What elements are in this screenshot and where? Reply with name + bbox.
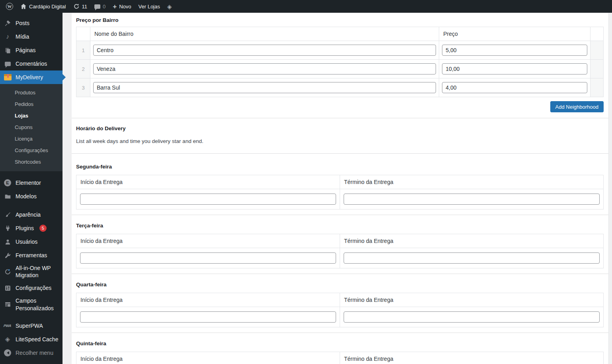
wordpress-menu-button[interactable]: W <box>2 0 17 13</box>
store-settings-panel: Preço por Bairro Nome do Bairro Preço 1 … <box>72 13 608 364</box>
neighborhood-price-input[interactable] <box>442 63 587 74</box>
actions-header <box>590 27 604 41</box>
custom-fields-grid-icon <box>4 301 12 309</box>
neighborhood-name-input[interactable] <box>93 63 436 74</box>
sidebar-item-midia[interactable]: ♪ Mídia <box>0 30 63 43</box>
day-section-terca-feira: Terça-feira Início da Entrega Término da… <box>76 223 604 268</box>
sidebar-item-collapse-menu[interactable]: Recolher menu <box>0 346 63 360</box>
sidebar-item-usuarios[interactable]: Usuários <box>0 235 63 249</box>
sidebar-item-paginas[interactable]: Páginas <box>0 43 63 57</box>
sidebar-item-campos-personalizados[interactable]: Campos Personalizados <box>0 295 63 314</box>
day-1-start-input[interactable] <box>80 252 336 264</box>
superpwa-icon: PWA <box>4 322 12 330</box>
sidebar-item-litespeed-cache[interactable]: ◈ LiteSpeed Cache <box>0 333 63 346</box>
wordpress-logo-icon: W <box>6 3 13 10</box>
sidebar-item-configuracoes[interactable]: Configurações <box>0 281 63 295</box>
litespeed-adminbar-button[interactable]: ◈ <box>164 0 176 13</box>
submenu-item-shortcodes[interactable]: Shortcodes <box>0 156 63 168</box>
updates-icon <box>73 3 80 10</box>
section-divider <box>72 118 608 118</box>
sidebar-item-superpwa[interactable]: PWA SuperPWA <box>0 319 63 333</box>
scrollbar-track[interactable] <box>608 13 612 364</box>
site-link[interactable]: Cardápio Digital <box>17 0 70 13</box>
submenu-item-pedidos[interactable]: Pedidos <box>0 98 63 110</box>
sidebar-item-modelos[interactable]: Modelos <box>0 190 63 203</box>
migration-circular-arrow-icon <box>4 268 12 276</box>
day-2-end-input[interactable] <box>344 311 600 323</box>
plug-icon <box>4 224 12 232</box>
table-row <box>76 307 604 327</box>
sidebar-item-label: Campos Personalizados <box>16 297 61 311</box>
neighborhood-name-input[interactable] <box>93 82 436 93</box>
row-actions-cell <box>590 78 604 97</box>
updates-count: 11 <box>82 4 88 10</box>
delivery-start-header: Início da Entrega <box>76 293 340 307</box>
sidebar-item-label: Plugins <box>16 225 34 232</box>
sidebar-item-all-in-one-wp-migration[interactable]: All-in-One WP Migration <box>0 262 63 281</box>
sidebar-item-posts[interactable]: Posts <box>0 16 63 30</box>
neighborhood-price-input[interactable] <box>442 82 587 93</box>
day-schedule-table: Início da Entrega Término da Entrega <box>76 234 604 268</box>
comments-count: 0 <box>103 4 106 10</box>
folder-icon <box>4 192 12 200</box>
submenu-item-produtos[interactable]: Produtos <box>0 87 63 98</box>
sidebar-item-mydelivery[interactable]: MyDelivery <box>0 70 63 84</box>
menu-separator <box>0 171 63 176</box>
submenu-item-licenca[interactable]: Licença <box>0 133 63 145</box>
table-row <box>76 248 604 268</box>
day-schedule-table: Início da Entrega Término da Entrega <box>76 352 604 364</box>
submenu-item-configuracoes[interactable]: Configurações <box>0 145 63 156</box>
sidebar-item-label: Configurações <box>16 284 51 292</box>
sidebar-item-aparencia[interactable]: Aparência <box>0 208 63 221</box>
day-0-start-input[interactable] <box>80 194 336 205</box>
site-name: Cardápio Digital <box>29 4 66 10</box>
row-number: 2 <box>76 60 90 78</box>
updates-link[interactable]: 11 <box>70 0 91 13</box>
sidebar-item-plugins[interactable]: Plugins 5 <box>0 221 63 235</box>
section-divider <box>72 153 608 154</box>
delivery-schedule-description: List all week days and time you delivery… <box>76 138 604 145</box>
table-header-row: Início da Entrega Término da Entrega <box>76 352 604 364</box>
table-row: 1 <box>76 41 604 60</box>
day-0-end-input[interactable] <box>344 194 600 205</box>
day-heading: Terça-feira <box>76 223 604 229</box>
sidebar-item-label: SuperPWA <box>16 322 43 329</box>
price-header: Preço <box>439 27 590 41</box>
menu-separator <box>0 203 63 208</box>
neighborhood-price-table: Nome do Bairro Preço 1 2 3 <box>76 27 604 97</box>
table-row: 3 <box>76 78 604 97</box>
new-content-button[interactable]: + Novo <box>109 0 135 13</box>
comments-icon <box>4 60 12 68</box>
sidebar-item-label: LiteSpeed Cache <box>16 336 58 343</box>
submenu-item-lojas[interactable]: Lojas <box>0 110 63 121</box>
view-stores-link[interactable]: Ver Lojas <box>135 0 164 13</box>
sidebar-item-ferramentas[interactable]: Ferramentas <box>0 249 63 262</box>
add-neighborhood-button[interactable]: Add Neighborhood <box>550 101 604 112</box>
delivery-end-header: Término da Entrega <box>340 293 604 307</box>
comments-link[interactable]: 0 <box>91 0 109 13</box>
sidebar-item-label: Posts <box>16 20 29 27</box>
wrench-icon <box>4 251 12 259</box>
neighborhood-name-input[interactable] <box>93 45 436 56</box>
delivery-end-header: Término da Entrega <box>340 234 604 248</box>
new-label: Novo <box>119 4 131 10</box>
table-header-row: Nome do Bairro Preço <box>76 27 604 41</box>
sidebar-item-label: All-in-One WP Migration <box>16 264 61 279</box>
sidebar-item-label: Elementor <box>16 179 41 186</box>
sidebar-item-label: Modelos <box>16 193 37 200</box>
day-2-start-input[interactable] <box>80 311 336 323</box>
day-1-end-input[interactable] <box>344 252 600 264</box>
sidebar-item-elementor[interactable]: E Elementor <box>0 176 63 190</box>
row-actions-cell <box>590 60 604 78</box>
sidebar-item-label: MyDelivery <box>16 74 43 81</box>
neighborhood-price-input[interactable] <box>442 45 587 56</box>
home-icon <box>20 3 27 10</box>
day-section-segunda-feira: Segunda-feira Início da Entrega Término … <box>76 164 604 209</box>
sidebar-item-label: Mídia <box>16 33 29 40</box>
table-header-row: Início da Entrega Término da Entrega <box>76 234 604 248</box>
section-divider <box>72 274 608 274</box>
sidebar-item-comentarios[interactable]: Comentários <box>0 57 63 70</box>
row-number: 1 <box>76 41 90 60</box>
sidebar-item-label: Comentários <box>16 60 47 67</box>
submenu-item-cupons[interactable]: Cupons <box>0 121 63 133</box>
